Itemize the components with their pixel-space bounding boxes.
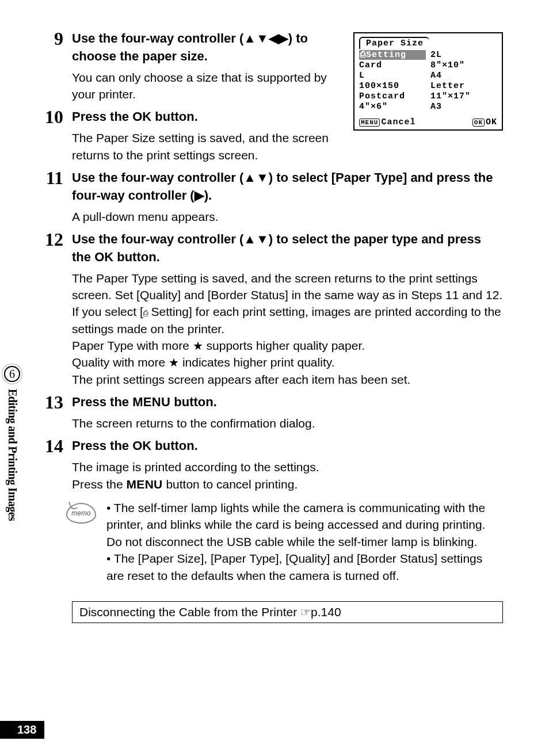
step-number: 9 bbox=[40, 29, 72, 49]
cross-reference-box: Disconnecting the Cable from the Printer… bbox=[72, 601, 503, 623]
ref-page: p.140 bbox=[311, 605, 341, 618]
lcd-footer: MENUCancel OKOK bbox=[359, 117, 497, 127]
menu-label: MENU bbox=[127, 478, 163, 491]
memo-icon: memo bbox=[66, 503, 96, 524]
step-10-desc: The Paper Size setting is saved, and the… bbox=[72, 129, 342, 163]
ok-label: OK bbox=[132, 438, 151, 453]
lcd-title: Paper Size bbox=[359, 37, 429, 49]
step-9-desc: You can only choose a size that is suppo… bbox=[72, 69, 342, 103]
lcd-cancel-label: Cancel bbox=[381, 117, 415, 127]
step-14-title: Press the OK button. bbox=[72, 437, 503, 455]
menu-label: MENU bbox=[132, 395, 170, 409]
lcd-option: 8"×10" bbox=[430, 60, 497, 70]
arrow-right-icon: ▶ bbox=[195, 188, 204, 203]
lcd-option: Card bbox=[359, 60, 426, 70]
ref-text: Disconnecting the Cable from the Printer bbox=[79, 605, 300, 618]
step-13-title: Press the MENU button. bbox=[72, 394, 503, 411]
step-number: 14 bbox=[40, 436, 72, 456]
step-number: 13 bbox=[40, 392, 72, 413]
lcd-ok-label: OK bbox=[486, 117, 497, 127]
device-icon: ⎙ bbox=[143, 308, 148, 318]
step-13-desc: The screen returns to the confirmation d… bbox=[72, 415, 503, 432]
step-11-title: Use the four-way controller (▲▼) to sele… bbox=[72, 169, 503, 205]
lcd-option: 2L bbox=[430, 50, 497, 60]
arrows-icon: ▲▼◀▶ bbox=[243, 31, 288, 45]
lcd-option: 11"×17" bbox=[430, 91, 497, 101]
arrows-updown-icon: ▲▼ bbox=[243, 170, 269, 185]
memo-item: The [Paper Size], [Paper Type], [Quality… bbox=[106, 550, 503, 584]
page-number: 138 bbox=[0, 721, 44, 739]
lcd-setting-option: ⎙Setting bbox=[359, 50, 426, 60]
lcd-option: A3 bbox=[430, 102, 497, 112]
step-10-title: Press the OK button. bbox=[72, 108, 342, 126]
lcd-option: Postcard bbox=[359, 91, 426, 101]
lcd-options: ⎙Setting 2L Card 8"×10" L A4 100×150 Let… bbox=[359, 50, 497, 112]
star-icon: ★ bbox=[193, 339, 203, 352]
step-number: 11 bbox=[40, 168, 72, 188]
step-number: 12 bbox=[40, 230, 72, 250]
step-11-desc: A pull-down menu appears. bbox=[72, 208, 503, 225]
step-number: 10 bbox=[40, 107, 72, 127]
step-12-desc: The Paper Type setting is saved, and the… bbox=[72, 270, 503, 388]
memo-item: The self-timer lamp lights while the cam… bbox=[106, 499, 503, 550]
lcd-option: 4"×6" bbox=[359, 102, 426, 112]
lcd-option: A4 bbox=[430, 71, 497, 81]
lcd-screen: Paper Size ⎙Setting 2L Card 8"×10" L A4 … bbox=[353, 32, 503, 131]
ok-label: OK bbox=[94, 250, 113, 264]
step-14-desc: The image is printed according to the se… bbox=[72, 459, 503, 492]
memo-block: memo The self-timer lamp lights while th… bbox=[66, 499, 503, 584]
step-9-title: Use the four-way controller (▲▼◀▶) to ch… bbox=[72, 30, 342, 66]
ok-button-icon: OK bbox=[472, 119, 485, 127]
ok-label: OK bbox=[132, 109, 151, 124]
arrows-updown-icon: ▲▼ bbox=[243, 232, 269, 246]
lcd-option: 100×150 bbox=[359, 81, 426, 91]
menu-button-icon: MENU bbox=[359, 119, 380, 127]
step-12-title: Use the four-way controller (▲▼) to sele… bbox=[72, 231, 503, 266]
lcd-option: L bbox=[359, 71, 426, 81]
pointer-icon: ☞ bbox=[300, 606, 311, 618]
lcd-option: Letter bbox=[430, 81, 497, 91]
star-icon: ★ bbox=[169, 356, 179, 369]
